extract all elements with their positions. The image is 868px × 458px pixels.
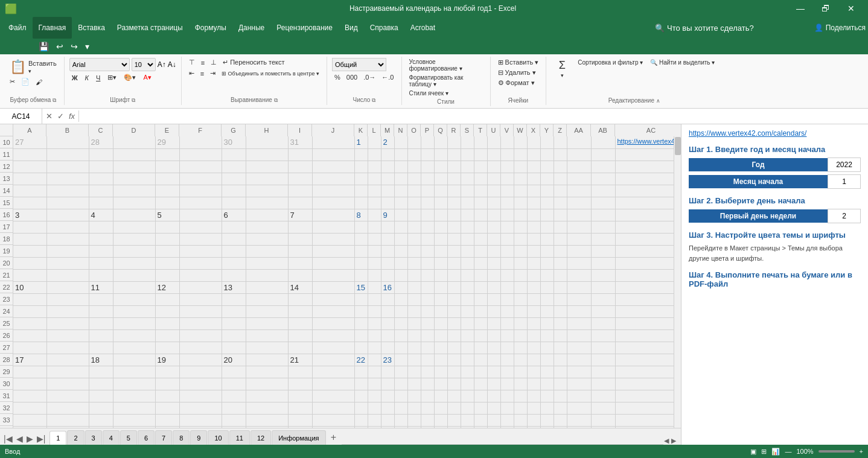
cell-W24[interactable] bbox=[514, 305, 527, 317]
cell-G24[interactable] bbox=[222, 305, 246, 317]
cell-Z11[interactable] bbox=[554, 148, 567, 161]
sheet-tab-1[interactable]: 1 bbox=[49, 431, 66, 445]
cell-S30[interactable] bbox=[461, 378, 474, 390]
first-day-value[interactable]: 2 bbox=[828, 209, 861, 223]
cell-X25[interactable] bbox=[527, 317, 540, 329]
cell-L26[interactable] bbox=[368, 329, 381, 342]
cell-L28[interactable] bbox=[368, 354, 381, 366]
cell-L29[interactable] bbox=[368, 366, 381, 378]
cell-J27[interactable] bbox=[312, 342, 354, 354]
cell-F17[interactable] bbox=[179, 221, 222, 233]
cell-D31[interactable] bbox=[113, 390, 155, 402]
row-num-20[interactable]: 20 bbox=[0, 257, 13, 269]
cell-H20[interactable] bbox=[246, 257, 288, 269]
cell-N33[interactable] bbox=[394, 414, 407, 426]
cell-O13[interactable] bbox=[407, 173, 421, 185]
cell-U18[interactable] bbox=[487, 233, 500, 245]
cell-W19[interactable] bbox=[514, 245, 527, 257]
menu-insert[interactable]: Вставка bbox=[72, 17, 111, 39]
cell-Q17[interactable] bbox=[434, 221, 447, 233]
cell-R27[interactable] bbox=[447, 342, 461, 354]
cell-O23[interactable] bbox=[407, 293, 421, 305]
cell-C30[interactable] bbox=[89, 378, 113, 390]
cell-M21[interactable] bbox=[381, 269, 394, 281]
cell-L10[interactable] bbox=[368, 136, 381, 148]
cell-B14[interactable] bbox=[46, 185, 89, 197]
cell-R26[interactable] bbox=[447, 329, 461, 342]
cell-A19[interactable] bbox=[13, 245, 46, 257]
cell-C18[interactable] bbox=[89, 233, 113, 245]
cell-O32[interactable] bbox=[407, 402, 421, 414]
cell-H18[interactable] bbox=[246, 233, 288, 245]
cell-R14[interactable] bbox=[447, 185, 461, 197]
cell-V11[interactable] bbox=[500, 148, 514, 161]
cell-E17[interactable] bbox=[155, 221, 179, 233]
cell-Z24[interactable] bbox=[554, 305, 567, 317]
cell-Q23[interactable] bbox=[434, 293, 447, 305]
cell-X18[interactable] bbox=[527, 233, 540, 245]
tab-next-button[interactable]: ▶ bbox=[25, 433, 34, 445]
vertex42-link[interactable]: https://www.vertex42.com/calendars/ bbox=[689, 129, 806, 138]
cell-reference-box[interactable]: AC14 bbox=[0, 109, 42, 124]
cell-X19[interactable] bbox=[527, 245, 540, 257]
cell-D24[interactable] bbox=[113, 305, 155, 317]
cell-G14[interactable] bbox=[222, 185, 246, 197]
cell-Q30[interactable] bbox=[434, 378, 447, 390]
cell-E25[interactable] bbox=[155, 317, 179, 329]
cell-I29[interactable] bbox=[288, 366, 312, 378]
cell-AA18[interactable] bbox=[567, 233, 591, 245]
cell-E12[interactable] bbox=[155, 161, 179, 173]
merge-center-button[interactable]: ⊞ Объединить и поместить в центре ▾ bbox=[219, 69, 322, 78]
cell-Y11[interactable] bbox=[540, 148, 554, 161]
cell-B32[interactable] bbox=[46, 402, 89, 414]
cell-D12[interactable] bbox=[113, 161, 155, 173]
cell-K27[interactable] bbox=[354, 342, 368, 354]
cell-A29[interactable] bbox=[13, 366, 46, 378]
cell-N11[interactable] bbox=[394, 148, 407, 161]
cell-Z31[interactable] bbox=[554, 390, 567, 402]
cell-O24[interactable] bbox=[407, 305, 421, 317]
cell-D16[interactable] bbox=[113, 209, 155, 221]
cell-V22[interactable] bbox=[500, 281, 514, 293]
cell-W18[interactable] bbox=[514, 233, 527, 245]
cell-D11[interactable] bbox=[113, 148, 155, 161]
cell-J30[interactable] bbox=[312, 378, 354, 390]
menu-file[interactable]: Файл bbox=[2, 17, 33, 39]
cell-B23[interactable] bbox=[46, 293, 89, 305]
cell-U29[interactable] bbox=[487, 366, 500, 378]
cell-W21[interactable] bbox=[514, 269, 527, 281]
cell-X33[interactable] bbox=[527, 414, 540, 426]
cell-O12[interactable] bbox=[407, 161, 421, 173]
cell-Y17[interactable] bbox=[540, 221, 554, 233]
conditional-format-button[interactable]: Условное форматирование ▾ bbox=[407, 58, 485, 72]
cell-R23[interactable] bbox=[447, 293, 461, 305]
cell-H23[interactable] bbox=[246, 293, 288, 305]
cell-J15[interactable] bbox=[312, 197, 354, 209]
cell-F31[interactable] bbox=[179, 390, 222, 402]
cell-F13[interactable] bbox=[179, 173, 222, 185]
insert-cell-button[interactable]: ⊞ Вставить ▾ bbox=[496, 58, 541, 67]
cell-X11[interactable] bbox=[527, 148, 540, 161]
sheet-tab-2[interactable]: 2 bbox=[67, 430, 84, 445]
cell-K28[interactable]: 22 bbox=[354, 354, 368, 366]
cell-AA31[interactable] bbox=[567, 390, 591, 402]
cell-A17[interactable] bbox=[13, 221, 46, 233]
cell-R24[interactable] bbox=[447, 305, 461, 317]
cell-B27[interactable] bbox=[46, 342, 89, 354]
cell-B28[interactable] bbox=[46, 354, 89, 366]
row-num-29[interactable]: 29 bbox=[0, 366, 13, 378]
col-header-O[interactable]: O bbox=[407, 124, 421, 136]
month-value[interactable]: 1 bbox=[828, 174, 861, 189]
cell-B24[interactable] bbox=[46, 305, 89, 317]
format-as-table-button[interactable]: Форматировать как таблицу ▾ bbox=[407, 74, 485, 88]
cell-AB19[interactable] bbox=[591, 245, 615, 257]
border-button[interactable]: ⊞▾ bbox=[105, 73, 119, 82]
align-left-button[interactable]: ⇤ bbox=[187, 69, 197, 78]
year-value[interactable]: 2022 bbox=[828, 157, 861, 172]
cell-AB12[interactable] bbox=[591, 161, 615, 173]
cell-M13[interactable] bbox=[381, 173, 394, 185]
col-header-D[interactable]: D bbox=[113, 124, 155, 136]
cell-P13[interactable] bbox=[421, 173, 434, 185]
sheet-tab-Информация[interactable]: Информация bbox=[272, 430, 325, 445]
cell-I16[interactable]: 7 bbox=[288, 209, 312, 221]
